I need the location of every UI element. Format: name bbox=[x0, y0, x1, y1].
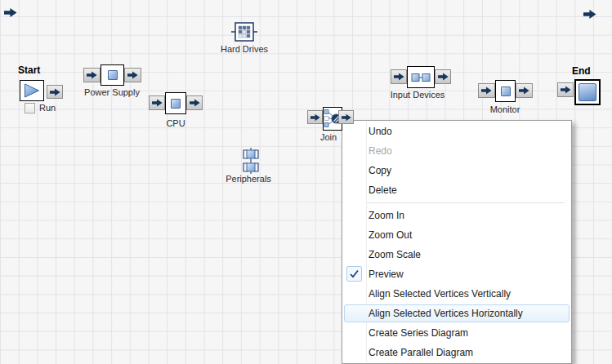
menu-separator bbox=[367, 202, 565, 203]
node-label-hard-drives: Hard Drives bbox=[221, 44, 268, 54]
block-icon bbox=[578, 83, 596, 101]
play-icon bbox=[24, 83, 41, 98]
right-arrow-icon bbox=[87, 71, 97, 79]
series-component-icon bbox=[247, 150, 255, 158]
peripherals-node[interactable] bbox=[240, 148, 261, 174]
power-supply-out-arrow-button[interactable] bbox=[124, 68, 141, 82]
right-arrow-icon bbox=[127, 71, 138, 79]
right-arrow-icon bbox=[190, 99, 200, 107]
menu-item-preview-label: Preview bbox=[369, 269, 404, 280]
right-arrow-icon bbox=[310, 113, 320, 122]
menu-item-zoom-in[interactable]: Zoom In bbox=[342, 206, 571, 225]
node-label-monitor: Monitor bbox=[490, 104, 520, 114]
cpu-node[interactable] bbox=[165, 92, 186, 114]
input-devices-in-arrow-button[interactable] bbox=[391, 69, 407, 84]
join-out-arrow-button[interactable] bbox=[338, 110, 354, 124]
start-out-arrow-button[interactable] bbox=[47, 85, 63, 99]
end-in-arrow-button[interactable] bbox=[557, 82, 574, 97]
right-arrow-icon bbox=[481, 87, 492, 95]
monitor-node[interactable] bbox=[495, 80, 516, 102]
node-label-peripherals: Peripherals bbox=[226, 174, 271, 184]
menu-item-copy[interactable]: Copy bbox=[342, 161, 571, 180]
checked-state-box bbox=[346, 266, 362, 282]
right-arrow-icon bbox=[394, 73, 404, 81]
power-supply-node[interactable] bbox=[101, 64, 124, 86]
hard-drives-node[interactable] bbox=[231, 22, 257, 42]
menu-item-zoom-scale[interactable]: Zoom Scale bbox=[342, 245, 571, 264]
menu-item-delete[interactable]: Delete bbox=[342, 180, 571, 200]
two-block-icon bbox=[411, 73, 431, 82]
monitor-in-arrow-button[interactable] bbox=[478, 83, 495, 98]
menu-item-align-vertices-vertically[interactable]: Align Selected Vertices Vertically bbox=[342, 284, 571, 304]
node-label-start: Start bbox=[18, 64, 40, 76]
input-devices-node[interactable] bbox=[407, 66, 435, 88]
menu-item-zoom-out[interactable]: Zoom Out bbox=[342, 225, 571, 245]
node-label-end: End bbox=[572, 65, 591, 77]
right-arrow-icon bbox=[50, 88, 60, 96]
checkmark-icon bbox=[349, 269, 360, 279]
start-node[interactable] bbox=[20, 80, 44, 101]
end-node[interactable] bbox=[574, 79, 601, 105]
diagram-canvas[interactable]: Start Run Power Supply CPU bbox=[0, 0, 612, 364]
input-devices-out-arrow-button[interactable] bbox=[435, 69, 451, 84]
monitor-out-arrow-button[interactable] bbox=[516, 83, 533, 98]
cpu-out-arrow-button[interactable] bbox=[186, 95, 203, 110]
join-in-arrow-button[interactable] bbox=[307, 110, 323, 124]
node-label-input-devices: Input Devices bbox=[391, 90, 445, 100]
right-arrow-icon bbox=[561, 86, 571, 94]
component-icon bbox=[108, 70, 118, 80]
edge-arrow-mark-right bbox=[583, 9, 596, 20]
menu-item-create-series-diagram[interactable]: Create Series Diagram bbox=[342, 323, 571, 343]
context-menu: Undo Redo Copy Delete Zoom In Zoom Out Z… bbox=[342, 120, 572, 364]
right-arrow-icon bbox=[342, 113, 351, 122]
run-checkbox[interactable] bbox=[25, 103, 35, 113]
edge-arrow-mark-left bbox=[4, 7, 17, 18]
menu-item-undo[interactable]: Undo bbox=[342, 122, 571, 141]
menu-item-preview[interactable]: Preview bbox=[342, 264, 571, 284]
right-arrow-icon bbox=[438, 73, 449, 81]
power-supply-in-arrow-button[interactable] bbox=[83, 68, 101, 82]
menu-item-create-parallel-diagram[interactable]: Create Parallel Diagram bbox=[342, 343, 571, 362]
component-icon bbox=[501, 87, 511, 96]
node-label-join: Join bbox=[320, 132, 337, 142]
cpu-in-arrow-button[interactable] bbox=[149, 95, 165, 110]
node-label-cpu: CPU bbox=[166, 118, 185, 128]
component-icon bbox=[171, 99, 181, 109]
menu-item-align-vertices-horizontally[interactable]: Align Selected Vertices Horizontally bbox=[344, 304, 570, 322]
right-arrow-icon bbox=[519, 87, 529, 95]
node-label-power-supply: Power Supply bbox=[84, 87, 140, 97]
run-checkbox-label: Run bbox=[39, 103, 56, 113]
right-arrow-icon bbox=[152, 99, 163, 107]
menu-item-redo[interactable]: Redo bbox=[342, 141, 571, 161]
